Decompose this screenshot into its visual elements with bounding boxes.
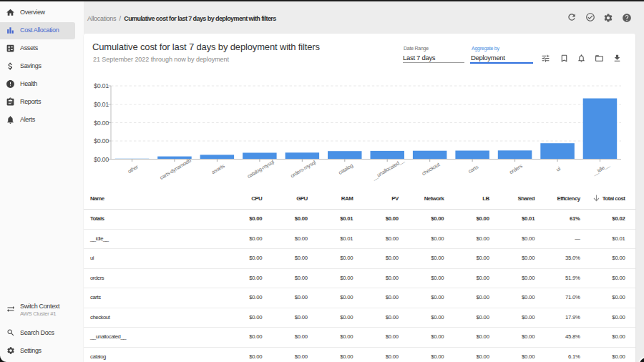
svg-text:$0.00: $0.00	[94, 119, 109, 127]
svg-text:orders: orders	[508, 162, 524, 175]
svg-text:$0.00: $0.00	[94, 156, 109, 163]
svg-text:__idle__: __idle__	[591, 161, 612, 177]
svg-text:carts: carts	[467, 163, 480, 175]
svg-text:checkout: checkout	[421, 161, 441, 177]
svg-text:$0.01: $0.01	[94, 101, 109, 108]
svg-text:ui: ui	[555, 165, 562, 173]
svg-text:assets: assets	[210, 162, 226, 175]
svg-text:catalog: catalog	[337, 162, 354, 176]
svg-text:other: other	[127, 163, 140, 175]
svg-text:$0.00: $0.00	[94, 137, 109, 145]
svg-text:catalog-mysql: catalog-mysql	[246, 158, 275, 180]
svg-text:orders-mysql: orders-mysql	[289, 159, 317, 179]
svg-text:$0.01: $0.01	[94, 82, 109, 89]
svg-text:carts-dynamodb: carts-dynamodb	[159, 157, 192, 181]
svg-text:__unallocated__: __unallocated__	[371, 157, 406, 182]
